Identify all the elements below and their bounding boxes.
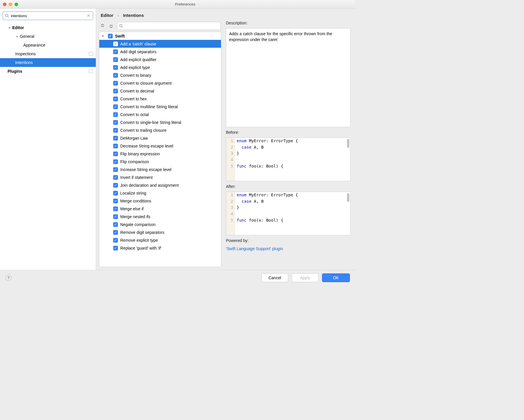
intention-checkbox[interactable]: ✓ xyxy=(113,222,118,227)
intention-checkbox[interactable]: ✓ xyxy=(113,175,118,180)
intention-item[interactable]: ✓Merge else if xyxy=(99,205,221,213)
intention-item[interactable]: ✓Increase String escape level xyxy=(99,165,221,173)
intention-checkbox[interactable]: ✓ xyxy=(113,42,118,46)
apply-button[interactable]: Apply xyxy=(292,273,318,282)
sidebar-item-plugins[interactable]: Plugins xyxy=(0,67,96,76)
sidebar-item-intentions[interactable]: Intentions xyxy=(0,58,96,67)
intention-checkbox[interactable]: ✓ xyxy=(113,81,118,86)
before-label: Before: xyxy=(226,129,350,135)
intention-item[interactable]: ✓Convert to trailing closure xyxy=(99,126,221,134)
search-icon xyxy=(119,24,123,28)
intention-checkbox[interactable]: ✓ xyxy=(113,136,118,140)
intention-checkbox[interactable]: ✓ xyxy=(113,246,118,250)
plugin-link[interactable]: 'Swift Language Support' plugin xyxy=(226,246,350,251)
help-button[interactable]: ? xyxy=(5,275,12,281)
intention-item[interactable]: ✓Convert to single-line String literal xyxy=(99,118,221,126)
intention-item[interactable]: ✓Merge nested ifs xyxy=(99,213,221,220)
clear-search-icon[interactable]: ✕ xyxy=(86,13,91,18)
intention-item[interactable]: ✓Convert to octal xyxy=(99,111,221,118)
intention-checkbox[interactable]: ✓ xyxy=(113,152,118,156)
code-text xyxy=(235,157,237,163)
intention-item[interactable]: ✓Flip comparison xyxy=(99,158,221,165)
intention-item[interactable]: ✓Merge conditions xyxy=(99,197,221,205)
collapse-all-icon xyxy=(109,24,114,28)
intention-group-swift[interactable]: ▾✓Swift xyxy=(99,32,221,40)
minimize-window-button[interactable] xyxy=(9,3,12,6)
intention-item[interactable]: ✓DeMorgan Law xyxy=(99,134,221,142)
intention-item[interactable]: ✓Remove explicit type xyxy=(99,236,221,244)
sidebar-item-appearance[interactable]: Appearance xyxy=(0,41,96,49)
intention-item[interactable]: ✓Decrease String escape level xyxy=(99,142,221,150)
sidebar-item-editor[interactable]: ▾ Editor xyxy=(0,23,96,32)
group-label: Swift xyxy=(115,34,125,38)
intention-checkbox[interactable]: ✓ xyxy=(113,230,118,235)
intention-item[interactable]: ✓Add digit separators xyxy=(99,48,221,56)
zoom-window-button[interactable] xyxy=(15,3,18,6)
code-line: 5func foo(x: Bool) { xyxy=(226,163,350,170)
line-number: 1 xyxy=(226,192,235,198)
intention-checkbox[interactable]: ✓ xyxy=(113,89,118,93)
svg-point-0 xyxy=(6,14,8,17)
intentions-tree[interactable]: ▾✓Swift✓Add a 'catch' clause✓Add digit s… xyxy=(99,32,221,267)
intention-checkbox[interactable]: ✓ xyxy=(113,144,118,148)
intentions-filter[interactable] xyxy=(117,22,221,30)
intention-label: Increase String escape level xyxy=(120,167,171,172)
sidebar-item-general[interactable]: ▾ General xyxy=(0,32,96,41)
intention-checkbox[interactable]: ✓ xyxy=(113,238,118,243)
intention-checkbox[interactable]: ✓ xyxy=(113,159,118,164)
intention-checkbox[interactable]: ✓ xyxy=(113,73,118,78)
intention-item[interactable]: ✓Localize string xyxy=(99,189,221,197)
intention-label: Merge conditions xyxy=(120,199,151,203)
intention-checkbox[interactable]: ✓ xyxy=(113,207,118,211)
preferences-search[interactable]: ✕ xyxy=(3,12,93,20)
line-number: 4 xyxy=(226,157,235,163)
intention-item[interactable]: ✓Replace 'guard' with 'if' xyxy=(99,244,221,252)
intention-checkbox[interactable]: ✓ xyxy=(113,214,118,219)
code-line: 4 xyxy=(226,157,350,163)
intention-checkbox[interactable]: ✓ xyxy=(113,183,118,188)
intention-item[interactable]: ✓Remove digit separators xyxy=(99,228,221,236)
intention-checkbox[interactable]: ✓ xyxy=(113,49,118,54)
sidebar-item-inspections[interactable]: Inspections xyxy=(0,49,96,58)
sidebar-item-label: Editor xyxy=(12,25,24,30)
intention-checkbox[interactable]: ✓ xyxy=(113,97,118,101)
intention-item[interactable]: ✓Invert if statement xyxy=(99,173,221,181)
code-text xyxy=(235,211,237,217)
intention-item[interactable]: ✓Convert to binary xyxy=(99,71,221,79)
intention-item[interactable]: ✓Convert to decimal xyxy=(99,87,221,95)
intention-label: Replace 'guard' with 'if' xyxy=(120,246,161,250)
intention-item[interactable]: ✓Negate comparison xyxy=(99,220,221,228)
intention-item[interactable]: ✓Add explicit qualifier xyxy=(99,56,221,63)
intention-item[interactable]: ✓Convert to closure argument xyxy=(99,79,221,87)
group-checkbox[interactable]: ✓ xyxy=(108,34,113,38)
cancel-button[interactable]: Cancel xyxy=(261,273,288,282)
intention-checkbox[interactable]: ✓ xyxy=(113,57,118,62)
intention-label: Add digit separators xyxy=(120,49,157,54)
sidebar-item-label: Inspections xyxy=(15,51,36,56)
code-text: func foo(x: Bool) { xyxy=(235,217,283,224)
intention-checkbox[interactable]: ✓ xyxy=(113,104,118,109)
intention-checkbox[interactable]: ✓ xyxy=(113,167,118,172)
line-number: 5 xyxy=(226,163,235,170)
close-window-button[interactable] xyxy=(3,3,6,6)
intentions-filter-input[interactable] xyxy=(125,24,219,28)
expand-all-button[interactable] xyxy=(100,23,105,29)
intention-item[interactable]: ✓Add explicit type xyxy=(99,63,221,71)
collapse-all-button[interactable] xyxy=(108,23,114,29)
description-text: Adds a catch clause for the specific err… xyxy=(229,31,332,42)
intention-checkbox[interactable]: ✓ xyxy=(113,120,118,125)
intention-item[interactable]: ✓Join declaration and assignment xyxy=(99,181,221,189)
intention-checkbox[interactable]: ✓ xyxy=(113,199,118,203)
intention-checkbox[interactable]: ✓ xyxy=(113,128,118,133)
ok-button[interactable]: OK xyxy=(322,273,350,282)
intention-item[interactable]: ✓Convert to multiline String literal xyxy=(99,103,221,111)
intention-item[interactable]: ✓Add a 'catch' clause xyxy=(99,40,221,48)
intention-item[interactable]: ✓Flip binary expression xyxy=(99,150,221,158)
intention-checkbox[interactable]: ✓ xyxy=(113,65,118,70)
intention-item[interactable]: ✓Convert to hex xyxy=(99,95,221,103)
after-code: 1enum MyError: ErrorType {2 case A, B3}4… xyxy=(226,192,350,235)
sidebar-item-label: Intentions xyxy=(15,60,33,65)
intention-checkbox[interactable]: ✓ xyxy=(113,112,118,117)
preferences-search-input[interactable] xyxy=(11,14,84,18)
intention-checkbox[interactable]: ✓ xyxy=(113,191,118,195)
